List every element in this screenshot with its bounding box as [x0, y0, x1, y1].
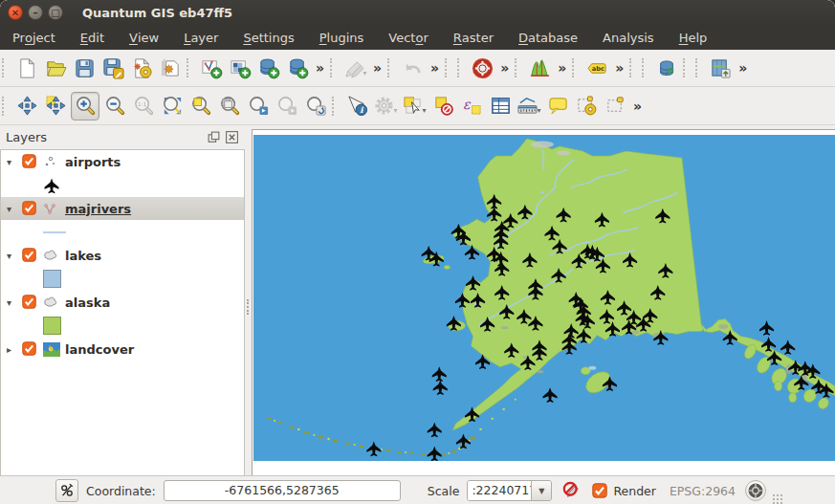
layer-visibility-checkbox[interactable] [22, 201, 37, 216]
menu-project[interactable]: Project [0, 25, 68, 50]
close-window-button[interactable]: ✕ [8, 5, 23, 20]
toolbar-grip[interactable] [629, 58, 638, 77]
select-by-expression-icon[interactable]: ε [458, 93, 485, 120]
layer-item-lakes[interactable]: ▾lakes [1, 244, 244, 267]
minimize-window-button[interactable]: – [28, 5, 43, 20]
pan-map-icon[interactable] [13, 93, 40, 120]
coordinate-toggle-icon[interactable] [55, 479, 78, 502]
zoom-last-icon[interactable] [245, 93, 272, 120]
toolbar-grip[interactable] [330, 58, 339, 77]
add-raster-layer-icon[interactable] [227, 55, 253, 81]
panel-splitter[interactable] [245, 125, 252, 475]
expand-arrow-icon[interactable]: ▾ [7, 297, 22, 308]
toolbar-grip[interactable] [387, 58, 396, 77]
menu-vector[interactable]: Vector [376, 25, 440, 50]
menu-settings[interactable]: Settings [231, 25, 306, 50]
stop-render-icon[interactable] [561, 480, 582, 501]
toolbar-grip[interactable] [2, 58, 11, 77]
expand-arrow-icon[interactable]: ▸ [7, 344, 22, 355]
toolbar-grip[interactable] [332, 97, 341, 116]
chevron-down-icon[interactable]: ▼ [531, 481, 551, 500]
toolbar-grip[interactable] [515, 58, 523, 77]
composer-manager-icon[interactable] [157, 55, 184, 81]
histogram-icon[interactable] [526, 55, 553, 81]
menu-layer[interactable]: Layer [171, 25, 231, 50]
expand-arrow-icon[interactable]: ▾ [7, 204, 22, 214]
toolbar-overflow-chevron-icon[interactable]: » [496, 60, 513, 76]
open-project-icon[interactable] [42, 55, 69, 81]
menu-database[interactable]: Database [506, 25, 590, 50]
add-spatialite-layer-icon[interactable] [284, 55, 311, 81]
menu-help[interactable]: Help [667, 25, 720, 50]
toolbar-grip[interactable] [2, 97, 11, 116]
evis-database-icon[interactable]: e [653, 55, 680, 81]
chevron-down-icon[interactable]: ▾ [422, 106, 426, 115]
new-print-composer-icon[interactable] [128, 55, 155, 81]
zoom-in-icon[interactable] [71, 92, 99, 121]
toolbar-grip[interactable] [187, 58, 195, 77]
refresh-map-icon[interactable] [302, 93, 329, 120]
chevron-down-icon[interactable]: ▾ [537, 106, 540, 115]
add-postgis-layer-icon[interactable] [255, 55, 282, 81]
layer-item-majrivers[interactable]: ▾majrivers [1, 197, 244, 220]
menu-plugins[interactable]: Plugins [307, 25, 377, 50]
chevron-down-icon[interactable]: ▾ [393, 106, 397, 115]
resize-grip[interactable] [772, 493, 783, 504]
layer-visibility-checkbox[interactable] [22, 154, 37, 169]
layer-item-landcover[interactable]: ▸landcover [1, 338, 244, 361]
layer-visibility-checkbox[interactable] [22, 295, 37, 310]
toolbar-grip[interactable] [683, 58, 692, 77]
layer-visibility-checkbox[interactable] [22, 248, 37, 263]
save-project-as-icon[interactable] [99, 55, 126, 81]
attribute-table-icon[interactable] [487, 93, 514, 120]
crs-status-icon[interactable] [745, 480, 766, 501]
export-map-icon[interactable] [707, 55, 734, 81]
add-vector-layer-icon[interactable] [198, 55, 225, 81]
toolbar-overflow-chevron-icon[interactable]: » [554, 60, 570, 76]
float-panel-icon[interactable] [207, 130, 221, 144]
map-canvas[interactable] [252, 129, 835, 475]
zoom-to-selection-icon[interactable] [187, 93, 214, 120]
toolbar-overflow-chevron-icon[interactable]: » [611, 60, 627, 76]
zoom-full-icon[interactable]: line x1="14" y1="14" x2="20" y2="20" str… [159, 93, 186, 120]
toolbar-overflow-chevron-icon[interactable]: » [312, 60, 328, 76]
show-bookmarks-icon[interactable] [602, 93, 628, 120]
identify-features-icon[interactable]: i [343, 93, 370, 120]
save-project-icon[interactable] [71, 55, 98, 81]
expand-arrow-icon[interactable]: ▾ [7, 157, 22, 167]
new-bookmark-icon[interactable] [573, 93, 600, 120]
select-features-icon[interactable]: ▾ [401, 93, 428, 120]
menu-analysis[interactable]: Analysis [590, 25, 667, 50]
menu-edit[interactable]: Edit [68, 25, 117, 50]
scale-value[interactable]: :22240717 [468, 481, 531, 500]
coordinate-input[interactable]: -6761566,5287365 [164, 480, 401, 501]
zoom-to-layer-icon[interactable] [216, 93, 243, 120]
menu-raster[interactable]: Raster [441, 25, 506, 50]
close-panel-icon[interactable] [225, 130, 239, 144]
help-contents-icon[interactable] [469, 55, 495, 81]
toolbar-grip[interactable] [642, 58, 650, 77]
layer-visibility-checkbox[interactable] [22, 341, 37, 357]
map-tips-icon[interactable] [544, 93, 571, 120]
labeling-icon[interactable]: abc [583, 55, 610, 81]
chevron-down-icon[interactable]: ▾ [363, 69, 367, 77]
deselect-features-icon[interactable] [429, 93, 456, 120]
new-project-icon[interactable] [13, 55, 40, 81]
pan-to-selection-icon[interactable] [42, 93, 69, 120]
menu-view[interactable]: View [117, 25, 171, 50]
toolbar-grip[interactable] [695, 58, 704, 77]
layer-item-airports[interactable]: ▾airports [1, 150, 244, 173]
expand-arrow-icon[interactable]: ▾ [7, 251, 22, 261]
toolbar-grip[interactable] [572, 58, 581, 77]
toolbar-overflow-chevron-icon[interactable]: » [427, 60, 443, 76]
toolbar-grip[interactable] [445, 58, 453, 77]
toolbar-grip[interactable] [457, 58, 466, 77]
layer-item-alaska[interactable]: ▾alaska [1, 291, 244, 314]
toolbar-overflow-chevron-icon[interactable]: » [629, 99, 646, 114]
toolbar-overflow-chevron-icon[interactable]: » [369, 60, 385, 76]
toolbar-overflow-chevron-icon[interactable]: » [735, 60, 751, 76]
maximize-window-button[interactable]: □ [48, 5, 63, 20]
zoom-out-icon[interactable] [101, 93, 128, 120]
measure-icon[interactable]: ▾ [516, 93, 542, 120]
render-checkbox[interactable] [592, 483, 607, 498]
